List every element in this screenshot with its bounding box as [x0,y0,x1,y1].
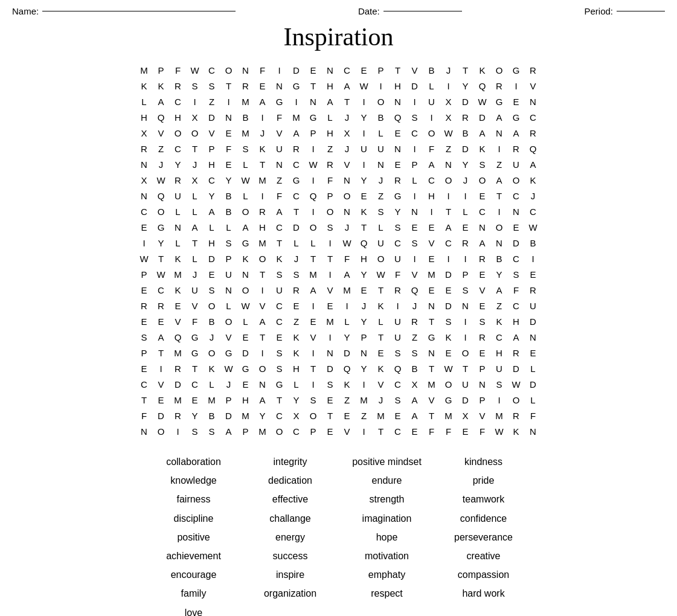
grid-cell: I [406,141,423,156]
period-label: Period: [584,6,613,16]
grid-cell: Y [187,408,204,423]
grid-cell: I [305,345,322,361]
grid-cell: Y [457,78,474,94]
grid-cell: E [525,345,542,361]
grid-cell: N [136,423,153,439]
grid-cell: Z [153,141,170,156]
grid-cell: Z [491,298,508,313]
grid-cell: L [237,313,254,329]
grid-cell: N [491,125,508,141]
grid-cell: U [271,141,288,156]
grid-cell: E [390,125,406,141]
grid-cell: E [305,62,322,78]
grid-cell: E [525,266,542,282]
grid-cell: N [474,219,491,235]
grid-cell: O [373,251,390,266]
grid-cell: G [305,109,322,125]
grid-cell: D [220,408,237,423]
word-item: positive mindset [339,454,435,470]
grid-cell: O [204,345,220,361]
grid-cell: O [474,172,491,188]
grid-cell: O [220,313,237,329]
grid-row: KKRSSTRENGTHAWIHDLIYQRIV [136,78,542,94]
grid-cell: I [322,266,339,282]
grid-cell: A [491,172,508,188]
grid-row: CVDCLJENGLISKIVCXMOUNSWD [136,376,542,392]
grid-cell: O [457,345,474,361]
grid-cell: E [339,408,356,423]
grid-cell: D [508,235,525,251]
grid-cell: D [288,62,305,78]
word-item: confidence [435,510,532,527]
grid-cell: S [288,266,305,282]
grid-cell: V [170,313,187,329]
grid-cell: Y [170,156,187,172]
grid-cell: V [474,282,491,298]
grid-cell: Y [254,408,271,423]
word-item: organization [242,585,339,602]
grid-cell: I [254,109,271,125]
grid-cell: M [339,282,356,298]
grid-cell: T [373,423,390,439]
grid-cell: W [187,62,204,78]
grid-cell: A [508,125,525,141]
grid-cell: N [254,376,271,392]
word-item: family [146,585,242,602]
grid-cell: S [406,235,423,251]
grid-cell: N [136,156,153,172]
grid-cell: N [136,188,153,204]
grid-cell: S [508,266,525,282]
grid-cell: H [204,156,220,172]
grid-cell: F [423,423,440,439]
grid-cell: D [237,345,254,361]
grid-cell: R [508,408,525,423]
grid-cell: U [373,235,390,251]
word-item: imagination [339,510,435,527]
grid-cell: E [204,266,220,282]
grid-cell: I [406,188,423,204]
grid-cell: C [440,235,457,251]
grid-cell: W [237,298,254,313]
grid-cell: O [254,361,271,376]
grid-cell: Q [390,109,406,125]
grid-cell: M [170,392,187,408]
grid-cell: L [220,219,237,235]
grid-cell: S [271,361,288,376]
grid-cell: E [322,392,339,408]
grid-cell: C [525,204,542,219]
grid-cell: A [406,408,423,423]
grid-cell: V [406,266,423,282]
grid-cell: G [491,94,508,109]
grid-cell: Z [322,141,339,156]
grid-cell: E [474,188,491,204]
grid-cell: Y [356,361,373,376]
grid-cell: I [288,94,305,109]
grid-cell: E [136,313,153,329]
grid-cell: A [508,329,525,345]
grid-row: PWMJEUNTSSMIAYWFVMDPEYSE [136,266,542,282]
grid-cell: W [491,423,508,439]
grid-cell: R [322,156,339,172]
grid-cell: C [390,376,406,392]
grid-cell: P [136,345,153,361]
grid-cell: I [305,376,322,392]
grid-cell: W [508,376,525,392]
grid-cell: R [170,78,187,94]
grid-cell: N [170,219,187,235]
period-line [617,11,665,11]
grid-cell: P [356,329,373,345]
grid-cell: S [373,204,390,219]
grid-cell: D [525,376,542,392]
grid-cell: F [271,109,288,125]
date-field: Date: [358,6,462,16]
grid-cell: I [491,204,508,219]
grid-cell: E [474,345,491,361]
grid-cell: E [153,313,170,329]
grid-cell: A [305,282,322,298]
grid-cell: F [440,423,457,439]
grid-cell: P [204,141,220,156]
grid-cell: A [474,235,491,251]
grid-cell: C [339,62,356,78]
word-item: hard work [435,585,532,602]
grid-cell: R [170,408,187,423]
